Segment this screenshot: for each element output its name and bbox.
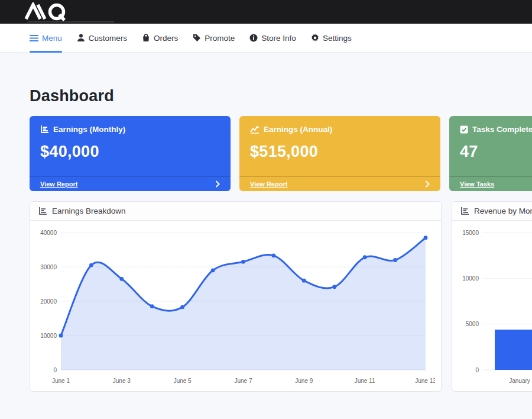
svg-text:30000: 30000 [40,264,57,270]
hamburger-icon [30,34,38,42]
svg-text:January: January [509,378,530,384]
bag-icon [142,34,150,42]
nav-item-promote[interactable]: Promote [193,24,235,52]
nav-label: Orders [154,34,178,43]
card-footer: View Tasks [449,176,532,191]
chart-header: Earnings Breakdown [30,202,441,221]
svg-text:June 1: June 1 [52,378,70,384]
nav-item-settings[interactable]: Settings [311,24,352,52]
chart-title: Earnings Breakdown [52,207,126,215]
nav-item-menu[interactable]: Menu [30,24,62,52]
svg-text:June 5: June 5 [174,378,192,384]
earnings-breakdown-chart: 010000200003000040000June 1June 3June 5J… [34,223,435,390]
chevron-right-icon[interactable] [215,181,220,188]
card-tasks-completed: Tasks Completed 47 View Tasks [449,116,532,191]
chevron-right-icon[interactable] [425,181,430,188]
card-value: 47 [460,143,532,161]
svg-text:June 7: June 7 [234,378,252,384]
page-title: Dashboard [30,87,532,105]
charts-row: Earnings Breakdown 010000200003000040000… [30,201,532,392]
nav-label: Menu [42,34,62,43]
logo-underline [28,21,114,22]
svg-text:June 11: June 11 [355,378,375,384]
main-content: Dashboard Earnings (Monthly) $40,000 Vie… [0,87,532,392]
card-label: Earnings (Monthly) [53,125,125,134]
svg-text:0: 0 [53,367,57,373]
card-label-row: Earnings (Annual) [250,125,430,134]
svg-text:15000: 15000 [462,230,479,236]
card-value: $40,000 [40,143,220,161]
nav-item-store-info[interactable]: Store Info [249,24,296,52]
svg-text:0: 0 [475,367,479,373]
bar-chart-icon [460,207,469,215]
active-tab-underline [30,51,62,53]
revenue-by-month-chart: 050001000015000January [456,223,532,390]
info-icon [249,34,258,42]
nav-label: Promote [205,34,235,43]
nav-item-orders[interactable]: Orders [142,24,178,52]
chart-body: 010000200003000040000June 1June 3June 5J… [30,221,441,392]
nav-label: Store Info [261,34,296,43]
card-body: Earnings (Monthly) $40,000 [30,116,231,176]
stat-cards-row: Earnings (Monthly) $40,000 View Report E… [30,116,532,191]
nav-item-customers[interactable]: Customers [77,24,127,52]
line-chart-icon [250,125,259,134]
chart-title: Revenue by Month [474,207,532,215]
nav-label: Customers [89,34,127,43]
earnings-breakdown-card: Earnings Breakdown 010000200003000040000… [30,201,442,392]
card-label-row: Tasks Completed [460,125,532,134]
svg-text:20000: 20000 [40,298,57,305]
view-report-link[interactable]: View Report [250,181,287,188]
main-navbar: Menu Customers Orders Promote Store Info… [0,24,532,53]
svg-text:10000: 10000 [40,333,57,339]
nav-label: Settings [323,34,352,43]
revenue-by-month-card: Revenue by Month 050001000015000January [452,201,532,392]
check-square-icon [460,125,468,134]
card-label-row: Earnings (Monthly) [40,125,220,134]
chart-body: 050001000015000January [452,221,532,392]
bar-chart-icon [38,207,47,215]
gear-icon [311,34,319,42]
svg-text:June 3: June 3 [113,378,131,384]
svg-text:10000: 10000 [462,275,479,282]
view-report-link[interactable]: View Report [40,181,77,188]
card-body: Earnings (Annual) $515,000 [239,116,440,176]
card-footer: View Report [30,176,231,191]
card-earnings-monthly: Earnings (Monthly) $40,000 View Report [30,116,231,191]
card-value: $515,000 [250,143,430,161]
chart-header: Revenue by Month [452,202,532,221]
card-label: Tasks Completed [472,125,532,134]
brand-logo-icon [24,2,80,21]
svg-text:5000: 5000 [466,321,479,327]
svg-text:June 13: June 13 [415,378,435,384]
card-body: Tasks Completed 47 [449,116,532,176]
svg-text:40000: 40000 [40,230,57,236]
card-earnings-annual: Earnings (Annual) $515,000 View Report [239,116,440,191]
bar-chart-icon [40,125,49,134]
tag-icon [193,34,201,42]
person-icon [77,34,85,42]
top-app-bar [0,0,532,24]
card-label: Earnings (Annual) [264,125,332,134]
svg-text:June 9: June 9 [295,378,313,384]
card-footer: View Report [239,176,440,191]
view-tasks-link[interactable]: View Tasks [460,181,494,188]
